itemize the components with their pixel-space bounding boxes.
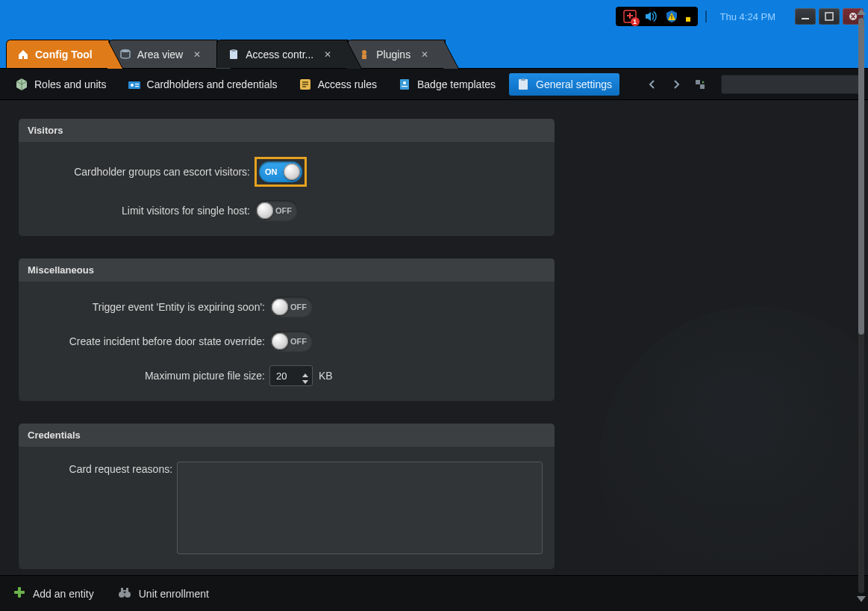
svg-point-27 bbox=[125, 592, 131, 598]
subnav-label: Access rules bbox=[318, 78, 377, 90]
subnav-label: Roles and units bbox=[34, 78, 107, 90]
toggle-state-label: ON bbox=[265, 167, 278, 176]
notification-badge: 1 bbox=[631, 17, 640, 26]
nav-forward-button[interactable] bbox=[667, 75, 685, 93]
unit-enrollment-label: Unit enrollment bbox=[139, 588, 209, 600]
tab-close-icon[interactable]: ✕ bbox=[324, 49, 331, 60]
subnav-label: General settings bbox=[536, 78, 612, 90]
svg-rect-20 bbox=[519, 79, 528, 90]
system-tray: 1 Thu 4:24 PM bbox=[616, 7, 864, 26]
unit-enrollment-button[interactable]: Unit enrollment bbox=[118, 586, 209, 601]
svg-point-18 bbox=[403, 81, 406, 84]
app-tabs-bar: Config Tool Area view ✕ Access contr... … bbox=[0, 33, 868, 69]
toggle-state-label: OFF bbox=[275, 206, 292, 215]
panel-visitors: Visitors Cardholder groups can escort vi… bbox=[18, 118, 555, 237]
maximize-button[interactable] bbox=[819, 8, 840, 25]
content-area: Visitors Cardholder groups can escort vi… bbox=[0, 100, 868, 575]
svg-rect-11 bbox=[362, 55, 366, 59]
sub-nav-bar: Roles and units Cardholders and credenti… bbox=[0, 69, 868, 100]
toggle-knob bbox=[272, 333, 288, 350]
scroll-thumb[interactable] bbox=[858, 18, 864, 335]
svg-point-13 bbox=[131, 84, 134, 87]
subnav-label: Cardholders and credentials bbox=[147, 78, 278, 90]
system-titlebar: 1 Thu 4:24 PM bbox=[0, 0, 868, 33]
minimize-button[interactable] bbox=[795, 8, 816, 25]
tab-label: Access contr... bbox=[246, 49, 313, 61]
label-create-incident: Create incident before door state overri… bbox=[31, 335, 269, 347]
svg-rect-28 bbox=[121, 588, 123, 592]
svg-rect-22 bbox=[696, 80, 700, 84]
scroll-up-icon[interactable] bbox=[857, 9, 866, 15]
svg-rect-2 bbox=[671, 18, 672, 19]
add-entity-button[interactable]: Add an entity bbox=[13, 586, 94, 601]
subnav-cardholders[interactable]: Cardholders and credentials bbox=[120, 73, 285, 96]
toggle-create-incident[interactable]: OFF bbox=[269, 331, 313, 352]
svg-rect-12 bbox=[128, 81, 140, 89]
toggle-state-label: OFF bbox=[290, 337, 307, 346]
input-max-picture-size[interactable]: 20 bbox=[269, 365, 313, 386]
svg-point-10 bbox=[362, 50, 366, 55]
svg-rect-30 bbox=[123, 590, 126, 592]
svg-rect-1 bbox=[671, 15, 672, 18]
tray-separator bbox=[705, 10, 707, 22]
svg-rect-21 bbox=[521, 78, 525, 81]
volume-icon[interactable] bbox=[644, 10, 658, 23]
toggle-knob bbox=[284, 164, 300, 180]
tab-config-tool[interactable]: Config Tool bbox=[6, 40, 110, 68]
cardholder-icon bbox=[128, 78, 141, 91]
svg-rect-4 bbox=[802, 18, 809, 19]
home-icon bbox=[17, 49, 29, 61]
battery-indicator-icon bbox=[686, 10, 690, 23]
plus-icon bbox=[13, 586, 25, 601]
search-input[interactable] bbox=[721, 75, 861, 94]
svg-rect-3 bbox=[686, 17, 690, 22]
scroll-down-icon[interactable] bbox=[857, 596, 866, 602]
input-value: 20 bbox=[276, 370, 287, 382]
svg-point-26 bbox=[119, 592, 125, 598]
medical-alert-icon[interactable]: 1 bbox=[623, 10, 637, 23]
clock[interactable]: Thu 4:24 PM bbox=[714, 11, 781, 22]
unit-label: KB bbox=[319, 370, 333, 382]
tab-label: Config Tool bbox=[35, 49, 93, 61]
label-escort-visitors: Cardholder groups can escort visitors: bbox=[31, 166, 255, 178]
highlight-frame: ON bbox=[255, 157, 307, 187]
nav-refresh-button[interactable] bbox=[691, 75, 709, 93]
tray-status-pill: 1 bbox=[616, 7, 698, 26]
vertical-scrollbar[interactable] bbox=[856, 9, 867, 602]
tab-plugins[interactable]: Plugins ✕ bbox=[347, 40, 446, 68]
label-card-request-reasons: Card request reasons: bbox=[31, 462, 177, 475]
cube-icon bbox=[15, 78, 28, 91]
subnav-badge-templates[interactable]: Badge templates bbox=[390, 73, 503, 96]
panel-header: Visitors bbox=[19, 119, 555, 142]
svg-rect-23 bbox=[700, 84, 705, 89]
number-stepper[interactable] bbox=[302, 370, 309, 382]
tab-area-view[interactable]: Area view ✕ bbox=[108, 40, 218, 68]
tab-close-icon[interactable]: ✕ bbox=[421, 49, 428, 60]
subnav-access-rules[interactable]: Access rules bbox=[291, 73, 384, 96]
subnav-roles-and-units[interactable]: Roles and units bbox=[7, 73, 114, 96]
svg-rect-15 bbox=[135, 86, 139, 87]
scroll-track[interactable] bbox=[858, 18, 864, 593]
listbox-card-request-reasons[interactable] bbox=[177, 462, 543, 554]
shield-warning-icon[interactable] bbox=[665, 10, 678, 23]
label-max-picture-size: Maximum picture file size: bbox=[31, 370, 269, 382]
toggle-knob bbox=[257, 202, 273, 219]
rules-icon bbox=[299, 78, 312, 91]
tab-close-icon[interactable]: ✕ bbox=[193, 49, 201, 60]
toggle-limit-visitors[interactable]: OFF bbox=[255, 200, 298, 221]
tab-label: Area view bbox=[137, 49, 183, 61]
tab-access-control[interactable]: Access contr... ✕ bbox=[216, 40, 349, 68]
step-down-icon[interactable] bbox=[302, 376, 309, 382]
subnav-general-settings[interactable]: General settings bbox=[509, 73, 619, 96]
svg-rect-29 bbox=[126, 588, 128, 592]
toggle-trigger-event[interactable]: OFF bbox=[269, 297, 313, 317]
badge-icon bbox=[398, 78, 411, 91]
toggle-state-label: OFF bbox=[290, 303, 307, 311]
clipboard-icon bbox=[228, 49, 240, 61]
svg-rect-9 bbox=[231, 49, 236, 52]
panel-header: Miscellaneous bbox=[19, 258, 555, 282]
toggle-escort-visitors[interactable]: ON bbox=[259, 161, 302, 182]
step-up-icon[interactable] bbox=[302, 370, 309, 376]
nav-back-button[interactable] bbox=[643, 75, 661, 93]
subnav-label: Badge templates bbox=[417, 78, 496, 90]
